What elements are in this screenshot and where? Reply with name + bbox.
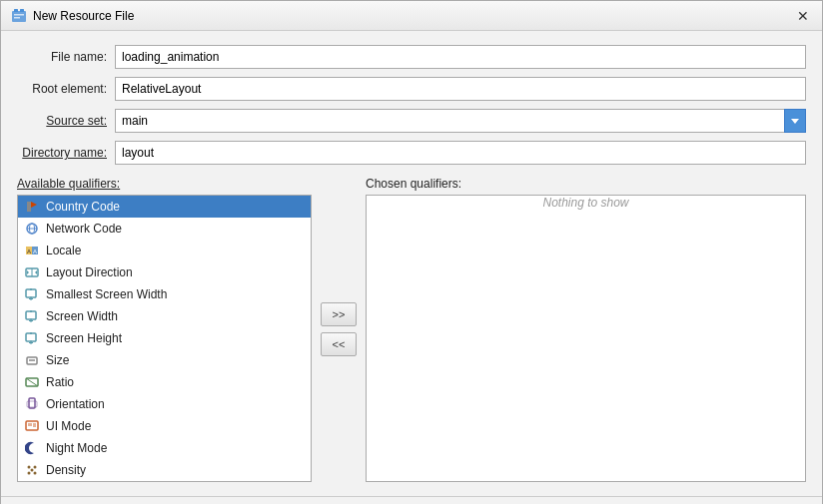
dialog-footer: OK Cancel Help bbox=[1, 496, 822, 504]
new-resource-file-dialog: New Resource File ✕ File name: Root elem… bbox=[0, 0, 823, 504]
available-item-screen-width[interactable]: Screen Width bbox=[18, 305, 311, 327]
chosen-qualifiers-list: Nothing to show bbox=[366, 195, 806, 482]
available-item-label: Layout Direction bbox=[46, 265, 133, 279]
available-item-density[interactable]: Density bbox=[18, 459, 311, 481]
available-qualifiers-list[interactable]: Country CodeNetwork CodeAALocaleLayout D… bbox=[17, 195, 312, 482]
svg-line-33 bbox=[26, 378, 38, 386]
svg-point-43 bbox=[34, 472, 37, 475]
qualifiers-section: Available qualifiers: Country CodeNetwor… bbox=[17, 177, 806, 482]
density-icon bbox=[24, 462, 40, 478]
available-qualifiers-label: Available qualifiers: bbox=[17, 177, 312, 191]
svg-rect-0 bbox=[12, 11, 26, 22]
orientation-icon bbox=[24, 396, 40, 412]
available-item-label: Night Mode bbox=[46, 441, 107, 455]
title-bar: New Resource File ✕ bbox=[1, 1, 822, 31]
svg-point-42 bbox=[28, 472, 31, 475]
svg-rect-26 bbox=[26, 333, 36, 341]
svg-rect-18 bbox=[26, 289, 36, 297]
available-item-label: Size bbox=[46, 353, 69, 367]
available-item-label: Locale bbox=[46, 244, 81, 257]
root-element-label: Root element: bbox=[17, 82, 107, 96]
locale-icon: AA bbox=[24, 243, 40, 258]
available-item-label: Orientation bbox=[46, 397, 105, 411]
chosen-panel: Chosen qualifiers: Nothing to show bbox=[366, 177, 806, 482]
svg-marker-6 bbox=[31, 202, 37, 208]
available-panel: Available qualifiers: Country CodeNetwor… bbox=[17, 177, 312, 482]
screen-icon bbox=[24, 286, 40, 302]
available-item-ratio[interactable]: Ratio bbox=[18, 371, 311, 393]
svg-marker-16 bbox=[27, 270, 29, 274]
layout-icon bbox=[24, 264, 40, 280]
dialog-title: New Resource File bbox=[33, 9, 788, 23]
svg-rect-3 bbox=[14, 14, 24, 16]
available-item-locale[interactable]: AALocale bbox=[18, 240, 311, 261]
source-set-row: Source set: main bbox=[17, 109, 806, 133]
svg-rect-22 bbox=[26, 311, 36, 319]
ui-icon bbox=[24, 418, 40, 434]
directory-name-label: Directory name: bbox=[17, 146, 107, 160]
source-set-label: Source set: bbox=[17, 114, 107, 128]
screen-icon bbox=[24, 330, 40, 346]
flag-icon bbox=[24, 199, 40, 215]
root-element-input[interactable] bbox=[115, 77, 806, 101]
close-button[interactable]: ✕ bbox=[794, 7, 812, 25]
chosen-qualifiers-label: Chosen qualifiers: bbox=[366, 177, 806, 191]
svg-rect-5 bbox=[27, 202, 31, 212]
available-item-label: Density bbox=[46, 463, 86, 477]
source-set-wrapper: main bbox=[115, 109, 806, 133]
nothing-to-show-text: Nothing to show bbox=[367, 196, 805, 210]
available-item-smallest-screen-width[interactable]: Smallest Screen Width bbox=[18, 283, 311, 305]
screen-icon bbox=[24, 308, 40, 324]
night-icon bbox=[24, 440, 40, 456]
root-element-row: Root element: bbox=[17, 77, 806, 101]
file-name-label: File name: bbox=[17, 50, 107, 64]
available-item-label: Network Code bbox=[46, 222, 122, 236]
svg-rect-37 bbox=[28, 423, 32, 426]
source-set-select[interactable]: main bbox=[115, 109, 806, 133]
svg-text:A: A bbox=[33, 249, 37, 254]
available-item-network-code[interactable]: Network Code bbox=[18, 218, 311, 240]
available-item-ui-mode[interactable]: UI Mode bbox=[18, 415, 311, 437]
available-item-label: Ratio bbox=[46, 375, 74, 389]
svg-rect-2 bbox=[20, 9, 24, 12]
available-item-label: Smallest Screen Width bbox=[46, 287, 167, 301]
directory-name-row: Directory name: bbox=[17, 141, 806, 165]
file-name-input[interactable] bbox=[115, 45, 806, 69]
available-item-orientation[interactable]: Orientation bbox=[18, 393, 311, 415]
remove-qualifier-button[interactable]: << bbox=[321, 332, 357, 356]
size-icon bbox=[24, 352, 40, 368]
svg-marker-17 bbox=[35, 270, 37, 274]
available-item-label: Screen Height bbox=[46, 331, 122, 345]
available-item-label: Screen Width bbox=[46, 309, 118, 323]
available-item-label: Country Code bbox=[46, 200, 120, 214]
directory-name-input[interactable] bbox=[115, 141, 806, 165]
svg-rect-4 bbox=[14, 17, 20, 19]
network-icon bbox=[24, 221, 40, 237]
available-item-size[interactable]: Size bbox=[18, 349, 311, 371]
available-item-layout-direction[interactable]: Layout Direction bbox=[18, 261, 311, 283]
add-qualifier-button[interactable]: >> bbox=[321, 302, 357, 326]
svg-point-41 bbox=[34, 466, 37, 469]
svg-point-40 bbox=[28, 466, 31, 469]
dialog-icon bbox=[11, 8, 27, 24]
file-name-row: File name: bbox=[17, 45, 806, 69]
available-item-night-mode[interactable]: Night Mode bbox=[18, 437, 311, 459]
svg-rect-1 bbox=[14, 9, 18, 12]
available-item-country-code[interactable]: Country Code bbox=[18, 196, 311, 218]
ratio-icon bbox=[24, 374, 40, 390]
dialog-content: File name: Root element: Source set: mai… bbox=[1, 31, 822, 496]
svg-point-44 bbox=[31, 469, 34, 472]
available-item-label: UI Mode bbox=[46, 419, 91, 433]
available-item-screen-height[interactable]: Screen Height bbox=[18, 327, 311, 349]
arrows-panel: >> << bbox=[312, 177, 366, 482]
svg-text:A: A bbox=[27, 249, 31, 254]
